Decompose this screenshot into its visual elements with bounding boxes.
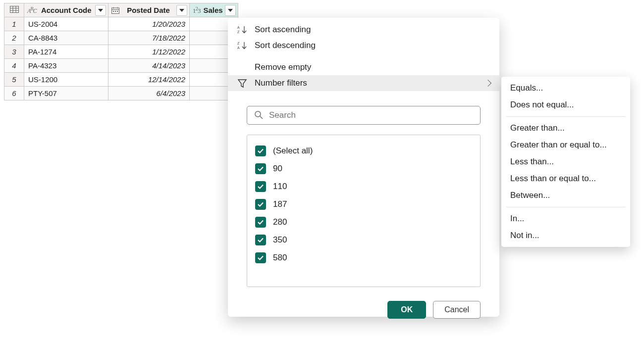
- cell-posted-date: 7/18/2022: [108, 31, 190, 45]
- search-input[interactable]: [268, 110, 473, 121]
- column-header-account-code[interactable]: ABC Account Code: [24, 3, 108, 17]
- cell-account-code: CA-8843: [24, 31, 108, 45]
- column-dropdown-button[interactable]: [95, 5, 106, 16]
- caret-down-icon: [228, 9, 233, 12]
- svg-text:Z: Z: [237, 30, 240, 34]
- cell-account-code: PTY-507: [24, 87, 108, 100]
- column-header-posted-date[interactable]: Posted Date: [108, 3, 190, 17]
- checkbox-checked[interactable]: [255, 181, 266, 192]
- subitem-label: Less than or equal to...: [510, 174, 596, 183]
- menu-sort-ascending[interactable]: AZ Sort ascending: [228, 22, 499, 38]
- sort-asc-icon: AZ: [237, 25, 248, 34]
- filter-value-label: 90: [273, 164, 282, 174]
- checkbox-checked[interactable]: [255, 163, 266, 174]
- svg-text:A: A: [237, 26, 240, 29]
- filter-value-item[interactable]: 110: [255, 178, 472, 195]
- column-filter-panel: AZ Sort ascending ZA Sort descending Rem…: [228, 18, 499, 317]
- filter-value-select-all[interactable]: (Select all): [255, 142, 472, 160]
- subitem-between[interactable]: Between...: [501, 187, 630, 204]
- subitem-greater-than[interactable]: Greater than...: [501, 120, 630, 137]
- svg-rect-11: [117, 11, 118, 12]
- filter-value-item[interactable]: 350: [255, 231, 472, 249]
- subitem-label: Does not equal...: [510, 100, 574, 109]
- table-row[interactable]: 2CA-88437/18/2022: [4, 31, 238, 45]
- column-header-sales[interactable]: 123 Sales: [190, 3, 238, 17]
- svg-rect-0: [10, 6, 18, 13]
- row-number: 4: [4, 59, 24, 73]
- row-number: 2: [4, 31, 24, 45]
- table-row[interactable]: 6PTY-5076/4/2023: [4, 87, 238, 100]
- subitem-not-in[interactable]: Not in...: [501, 227, 630, 244]
- menu-remove-empty[interactable]: Remove empty: [228, 59, 499, 75]
- text-type-icon: ABC: [27, 6, 36, 14]
- menu-label: Sort descending: [255, 41, 316, 50]
- cell-account-code: PA-4323: [24, 59, 108, 73]
- subitem-lte[interactable]: Less than or equal to...: [501, 170, 630, 187]
- funnel-icon: [237, 78, 248, 88]
- sort-desc-icon: ZA: [237, 41, 248, 50]
- table-row[interactable]: 5US-120012/14/2022: [4, 73, 238, 87]
- filter-value-item[interactable]: 580: [255, 249, 472, 267]
- button-label: OK: [401, 305, 413, 314]
- column-dropdown-button[interactable]: [176, 5, 187, 16]
- subitem-less-than[interactable]: Less than...: [501, 153, 630, 170]
- date-type-icon: [111, 7, 119, 14]
- table-row[interactable]: 1US-20041/20/2023: [4, 17, 238, 31]
- filter-value-item[interactable]: 90: [255, 160, 472, 178]
- search-box[interactable]: [247, 106, 481, 125]
- subitem-does-not-equal[interactable]: Does not equal...: [501, 96, 630, 113]
- checkbox-checked[interactable]: [255, 235, 266, 245]
- table-row[interactable]: 4PA-43234/14/2023: [4, 59, 238, 73]
- menu-label: Number filters: [255, 78, 307, 88]
- cell-posted-date: 1/12/2022: [108, 45, 190, 59]
- caret-down-icon: [179, 9, 184, 12]
- svg-rect-10: [115, 11, 116, 12]
- svg-text:Z: Z: [237, 42, 240, 45]
- checkbox-checked[interactable]: [255, 199, 266, 210]
- svg-marker-18: [238, 80, 246, 87]
- column-label: Sales: [202, 6, 222, 14]
- search-icon: [254, 110, 263, 121]
- subitem-equals[interactable]: Equals...: [501, 80, 630, 96]
- subitem-label: Greater than or equal to...: [510, 140, 607, 149]
- column-label: Account Code: [38, 6, 93, 14]
- column-label: Posted Date: [121, 6, 174, 14]
- svg-point-19: [255, 111, 261, 117]
- caret-down-icon: [98, 9, 103, 12]
- subitem-label: In...: [510, 214, 524, 223]
- button-label: Cancel: [444, 305, 469, 314]
- checkbox-checked[interactable]: [255, 217, 266, 228]
- filter-value-label: 187: [273, 199, 287, 209]
- subitem-label: Equals...: [510, 83, 543, 93]
- filter-value-item[interactable]: 280: [255, 213, 472, 231]
- cancel-button[interactable]: Cancel: [433, 301, 481, 319]
- column-dropdown-button[interactable]: [225, 5, 236, 16]
- filter-value-label: 350: [273, 235, 287, 245]
- subitem-gte[interactable]: Greater than or equal to...: [501, 137, 630, 153]
- number-filters-submenu: Equals... Does not equal... Greater than…: [501, 77, 630, 247]
- checkbox-checked[interactable]: [255, 252, 266, 263]
- filter-value-item[interactable]: 187: [255, 195, 472, 213]
- row-number: 1: [4, 17, 24, 31]
- filter-value-label: (Select all): [273, 146, 313, 156]
- menu-number-filters[interactable]: Number filters: [228, 75, 499, 91]
- menu-separator: [506, 207, 625, 207]
- table-row[interactable]: 3PA-12741/12/2022: [4, 45, 238, 59]
- subitem-in[interactable]: In...: [501, 210, 630, 227]
- data-grid: ABC Account Code Posted Date 123 Sales: [4, 3, 238, 100]
- checkbox-checked[interactable]: [255, 145, 266, 156]
- cell-account-code: PA-1274: [24, 45, 108, 59]
- ok-button[interactable]: OK: [387, 301, 426, 319]
- subitem-label: Between...: [510, 191, 550, 200]
- menu-sort-descending[interactable]: ZA Sort descending: [228, 38, 499, 53]
- cell-account-code: US-1200: [24, 73, 108, 87]
- filter-value-label: 110: [273, 182, 287, 192]
- svg-rect-5: [112, 8, 119, 14]
- svg-text:A: A: [237, 46, 240, 49]
- subitem-label: Greater than...: [510, 123, 565, 133]
- row-number: 5: [4, 73, 24, 87]
- cell-account-code: US-2004: [24, 17, 108, 31]
- filter-value-label: 580: [273, 253, 287, 263]
- menu-label: Remove empty: [255, 62, 311, 72]
- menu-separator: [506, 116, 625, 117]
